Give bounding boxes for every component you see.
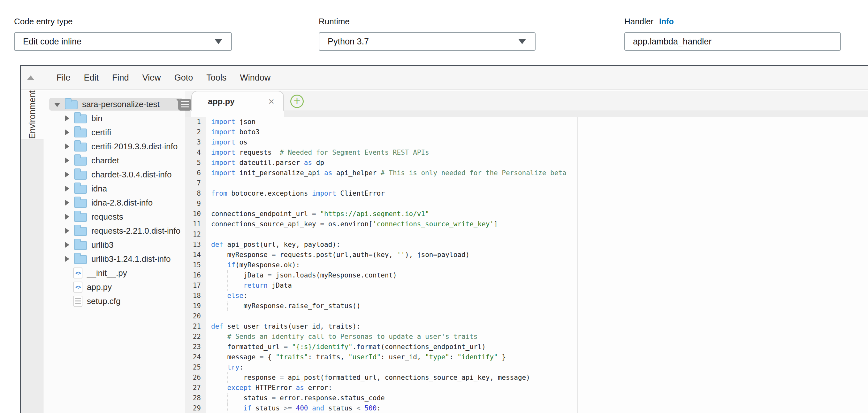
code-line-18[interactable]: else: [206, 291, 868, 301]
code-line-20[interactable] [206, 311, 868, 321]
handler-info-link[interactable]: Info [659, 17, 674, 26]
close-tab-icon[interactable]: × [268, 96, 274, 107]
caret-right-icon[interactable] [65, 172, 69, 177]
line-number: 10 [185, 209, 201, 219]
menu-item-window[interactable]: Window [233, 73, 277, 83]
indent-guide [227, 301, 228, 311]
code-line-14[interactable]: myResponse = requests.post(url,auth=(key… [206, 249, 868, 260]
line-number: 2 [185, 127, 201, 137]
code-line-1[interactable]: import json [206, 117, 868, 127]
code-line-28[interactable]: status = error.response.status_code [206, 393, 868, 403]
editor-tab-bar: app.py × + [185, 91, 868, 111]
code-line-29[interactable]: if status >= 400 and status < 500: [206, 403, 868, 413]
tree-item-idna-2-8-dist-info[interactable]: idna-2.8.dist-info [43, 196, 185, 210]
caret-right-icon[interactable] [65, 115, 69, 121]
tree-item-app-py[interactable]: <>app.py [43, 280, 185, 294]
tree-item-label: bin [91, 114, 102, 123]
folder-icon [74, 114, 87, 123]
tab-app-py[interactable]: app.py × [191, 91, 284, 111]
code-line-23[interactable]: formatted_url = "{:s}/identify".format(c… [206, 342, 868, 352]
caret-right-icon[interactable] [65, 186, 69, 191]
menu-items: FileEditFindViewGotoToolsWindow [50, 73, 277, 83]
caret-right-icon[interactable] [65, 256, 69, 262]
runtime-value: Python 3.7 [319, 37, 369, 47]
code-line-3[interactable]: import os [206, 137, 868, 147]
code-line-10[interactable]: connections_endpoint_url = "https://api.… [206, 209, 868, 219]
tree-item-setup-cfg[interactable]: setup.cfg [43, 294, 185, 308]
code-line-25[interactable]: try: [206, 362, 868, 373]
caret-right-icon[interactable] [65, 200, 69, 206]
line-number: 8 [185, 188, 201, 199]
menu-item-goto[interactable]: Goto [168, 73, 200, 83]
tree-item-requests-2-21-0-dist-info[interactable]: requests-2.21.0.dist-info [43, 224, 185, 238]
tree-item-sara-personalize-test[interactable]: sara-personalize-test [43, 97, 185, 111]
tree-item-urllib3[interactable]: urllib3 [43, 238, 185, 252]
code-line-13[interactable]: def api_post(url, key, payload): [206, 239, 868, 249]
code-line-6[interactable]: import init_personalize_api as api_helpe… [206, 168, 868, 178]
caret-right-icon[interactable] [65, 242, 69, 248]
tree-item-certifi[interactable]: certifi [43, 125, 185, 139]
caret-right-icon[interactable] [65, 214, 69, 219]
tree-item-bin[interactable]: bin [43, 111, 185, 125]
code-line-22[interactable]: # Sends an identify call to Personas to … [206, 331, 868, 342]
code-line-24[interactable]: message = { "traits": traits, "userId": … [206, 352, 868, 362]
caret-down-icon[interactable] [54, 103, 60, 107]
tab-environment[interactable]: Environment [21, 91, 43, 139]
code-line-17[interactable]: return jData [206, 281, 868, 291]
line-number: 21 [185, 321, 201, 331]
tree-item--init-py[interactable]: <>__init__.py [43, 266, 185, 280]
menu-item-view[interactable]: View [136, 73, 168, 83]
code-line-7[interactable] [206, 178, 868, 188]
caret-right-icon[interactable] [65, 157, 69, 164]
code-line-9[interactable] [206, 199, 868, 209]
tree-item-label: idna [91, 184, 107, 194]
code-line-26[interactable]: response = api_post(formatted_url, conne… [206, 373, 868, 383]
code-line-11[interactable]: connections_source_api_key = os.environ[… [206, 219, 868, 229]
code-line-27[interactable]: except HTTPError as error: [206, 383, 868, 393]
folder-icon [74, 128, 87, 138]
folder-icon [74, 199, 87, 208]
menu-item-edit[interactable]: Edit [77, 73, 106, 83]
code-line-5[interactable]: import dateutil.parser as dp [206, 157, 868, 168]
menu-item-find[interactable]: Find [105, 73, 136, 83]
handler-input[interactable] [625, 37, 840, 47]
tree-item-chardet[interactable]: chardet [43, 153, 185, 168]
code-entry-type-label: Code entry type [14, 17, 232, 27]
tree-item-urllib3-1-24-1-dist-info[interactable]: urllib3-1.24.1.dist-info [43, 252, 185, 266]
code-editor[interactable]: 1234567891011121314151617181920212223242… [185, 117, 868, 413]
line-number: 11 [185, 219, 201, 229]
code-line-2[interactable]: import boto3 [206, 127, 868, 137]
tree-item-certifi-2019-3-9-dist-info[interactable]: certifi-2019.3.9.dist-info [43, 139, 185, 153]
tree-item-idna[interactable]: idna [43, 182, 185, 196]
tree-item-label: idna-2.8.dist-info [91, 198, 153, 208]
indent-guide [227, 403, 228, 413]
tree-item-label: app.py [87, 282, 112, 292]
caret-right-icon[interactable] [65, 228, 69, 234]
caret-right-icon[interactable] [65, 144, 69, 149]
code-area[interactable]: import jsonimport boto3import osimport r… [206, 117, 868, 413]
folder-icon [74, 143, 87, 151]
runtime-select[interactable]: Python 3.7 [319, 32, 535, 51]
handler-field: Handler Info [624, 17, 841, 51]
tree-item-label: requests [91, 212, 123, 222]
tab-list-icon[interactable] [178, 99, 192, 111]
menu-item-tools[interactable]: Tools [199, 73, 233, 83]
code-line-4[interactable]: import requests # Needed for Segment Eve… [206, 147, 868, 157]
code-line-8[interactable]: from botocore.exceptions import ClientEr… [206, 188, 868, 199]
tree-item-chardet-3-0-4-dist-info[interactable]: chardet-3.0.4.dist-info [43, 168, 185, 182]
new-tab-icon[interactable]: + [290, 95, 304, 108]
indent-guide [227, 281, 228, 291]
code-line-19[interactable]: myResponse.raise_for_status() [206, 301, 868, 311]
caret-right-icon[interactable] [65, 129, 69, 135]
tree-item-label: requests-2.21.0.dist-info [91, 226, 180, 236]
code-line-15[interactable]: if(myResponse.ok): [206, 260, 868, 270]
line-number: 27 [185, 383, 201, 393]
code-line-16[interactable]: jData = json.loads(myResponse.content) [206, 270, 868, 281]
menu-item-file[interactable]: File [50, 73, 77, 83]
code-line-12[interactable] [206, 229, 868, 239]
tree-item-requests[interactable]: requests [43, 210, 185, 224]
collapse-editor-icon[interactable] [27, 76, 34, 80]
line-number: 13 [185, 239, 201, 249]
code-line-21[interactable]: def set_user_traits(user_id, traits): [206, 321, 868, 331]
code-entry-type-select[interactable]: Edit code inline [14, 32, 232, 51]
